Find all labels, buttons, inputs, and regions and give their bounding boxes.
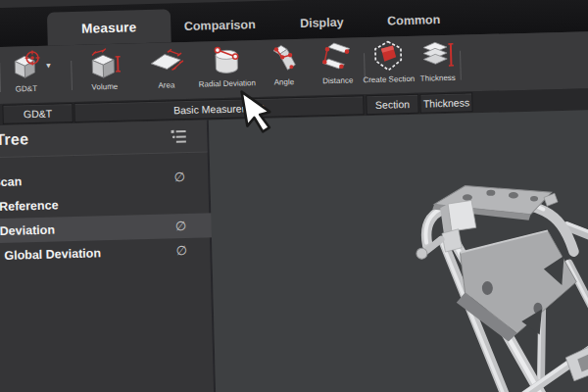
ribbon-button-label: GD&T — [16, 84, 37, 94]
angle-measure-icon — [266, 43, 302, 75]
tree-item-label: Deviation — [0, 222, 55, 237]
tab-display[interactable]: Display — [282, 10, 362, 35]
tree-panel-header: Tree — [0, 120, 208, 158]
visibility-off-icon[interactable]: ∅ — [172, 219, 189, 233]
tab-measure[interactable]: Measure — [47, 9, 172, 45]
gdt-button[interactable]: GD&T — [0, 49, 61, 94]
visibility-off-icon[interactable]: ∅ — [171, 170, 188, 184]
volume-button[interactable]: Volume — [70, 47, 139, 92]
gdt-cube-target-icon — [8, 50, 44, 82]
tab-common[interactable]: Common — [374, 8, 454, 33]
tree-item-label: Scan — [0, 174, 22, 189]
group-label-gdt: GD&T — [2, 103, 73, 124]
radial-deviation-cylinder-icon — [209, 44, 245, 76]
tree-options-icon[interactable] — [170, 128, 187, 144]
ribbon-button-label: Radial Deviation — [199, 78, 256, 89]
thickness-stack-icon — [419, 39, 456, 72]
volume-cube-measure-icon — [86, 48, 122, 80]
group-label-thickness: Thickness — [419, 92, 473, 113]
tree-item-label: Global Deviation — [4, 246, 101, 263]
area-button[interactable]: Area — [131, 46, 201, 91]
ribbon-button-label: Distance — [322, 76, 353, 86]
tubular-frame-model — [396, 170, 588, 392]
mouse-cursor-icon — [237, 89, 271, 137]
app-window: Measure Comparison Display Common — [0, 0, 588, 392]
tree-item-label: Reference — [0, 198, 59, 214]
stage: Measure Comparison Display Common — [0, 0, 588, 392]
tab-comparison[interactable]: Comparison — [171, 13, 270, 39]
visibility-off-icon[interactable]: ∅ — [172, 243, 190, 258]
ribbon-button-label: Thickness — [420, 74, 456, 83]
create-section-icon — [370, 40, 407, 73]
tree-item-global-deviation[interactable]: Global Deviation ∅ — [0, 237, 238, 269]
tree-panel-title: Tree — [0, 130, 29, 149]
ribbon-button-label: Volume — [91, 82, 118, 92]
viewport-3d[interactable] — [209, 109, 588, 392]
model-tree-panel: Tree Scan ∅ Reference Deviation ∅ — [0, 120, 217, 392]
thickness-button[interactable]: Thickness — [403, 38, 472, 83]
area-plane-measure-icon — [148, 46, 184, 78]
gdt-dropdown-caret-icon[interactable]: ▾ — [46, 62, 51, 71]
group-label-section: Section — [366, 94, 419, 115]
ribbon-button-label: Angle — [273, 77, 294, 87]
ribbon-button-label: Area — [158, 80, 174, 89]
distance-measure-icon — [319, 41, 356, 74]
